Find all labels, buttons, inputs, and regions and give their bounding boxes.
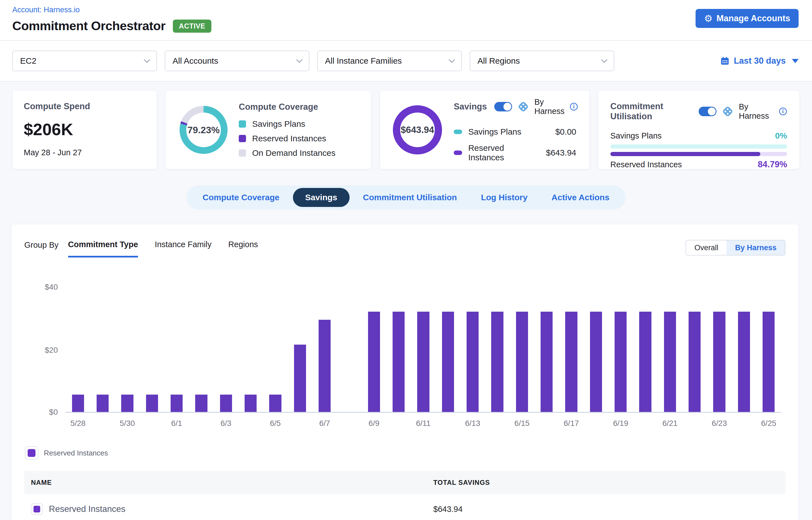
bar-5/29[interactable] <box>97 395 109 412</box>
date-range-picker[interactable]: Last 30 days <box>720 56 798 66</box>
account-breadcrumb[interactable]: Account: Harness.io <box>12 6 798 14</box>
bar-6/24[interactable] <box>738 312 750 412</box>
bar-6/14[interactable] <box>491 312 503 412</box>
savings-row-value: $0.00 <box>555 127 576 136</box>
harness-logo-icon <box>722 105 734 118</box>
x-tick: 6/13 <box>461 419 485 428</box>
bar-6/23[interactable] <box>713 312 725 412</box>
bar-6/9[interactable] <box>368 312 380 412</box>
bar-6/21[interactable] <box>664 312 676 412</box>
savings-table: NAME TOTAL SAVINGS Reserved Instances $6… <box>24 471 785 520</box>
status-badge: ACTIVE <box>173 20 212 33</box>
bar-6/10[interactable] <box>393 312 404 412</box>
chart-legend-label: Reserved Instances <box>44 449 108 458</box>
harness-logo-icon <box>517 101 529 113</box>
tab-active-actions[interactable]: Active Actions <box>541 188 620 207</box>
coverage-percent: 79.23% <box>187 125 219 135</box>
by-harness-toggle[interactable] <box>699 107 716 116</box>
bar-6/6[interactable] <box>294 345 306 412</box>
chevron-down-icon <box>449 57 455 63</box>
bar-6/18[interactable] <box>590 312 602 412</box>
bar-slot <box>214 287 238 412</box>
accounts-select[interactable]: All Accounts <box>165 51 309 71</box>
x-tick <box>485 419 509 428</box>
calendar-icon <box>720 56 730 66</box>
x-tick <box>386 419 411 428</box>
bar-5/28[interactable] <box>72 395 84 412</box>
bar-slot <box>164 287 189 412</box>
x-tick <box>732 419 756 428</box>
bar-slot <box>534 287 559 412</box>
group-by-commitment-type[interactable]: Commitment Type <box>68 240 138 258</box>
savings-plans-progress-bar <box>610 145 787 149</box>
bar-slot <box>756 287 781 412</box>
savings-card: $643.94 Savings By Harness <box>380 90 590 169</box>
bar-6/16[interactable] <box>541 312 553 412</box>
caret-down-icon <box>792 59 798 63</box>
x-tick: 6/9 <box>362 419 386 428</box>
bar-6/5[interactable] <box>269 395 281 412</box>
bar-5/31[interactable] <box>146 395 158 412</box>
x-tick: 6/15 <box>509 419 534 428</box>
manage-accounts-label: Manage Accounts <box>716 14 790 23</box>
bar-6/4[interactable] <box>244 395 257 412</box>
tab-commitment-utilisation[interactable]: Commitment Utilisation <box>352 188 468 207</box>
tab-savings[interactable]: Savings <box>293 188 349 207</box>
bar-6/11[interactable] <box>417 312 429 412</box>
x-tick <box>189 419 214 428</box>
instance-families-select[interactable]: All Instance Families <box>317 51 462 71</box>
x-tick: 6/25 <box>756 419 781 428</box>
by-harness-toggle[interactable] <box>494 102 512 111</box>
bar-5/30[interactable] <box>121 395 133 412</box>
compute-coverage-donut: 79.23% <box>180 106 228 154</box>
group-by-regions[interactable]: Regions <box>228 240 258 258</box>
bar-6/12[interactable] <box>442 312 454 412</box>
chart-legend[interactable]: Reserved Instances <box>25 446 786 460</box>
group-by-instance-family[interactable]: Instance Family <box>155 240 211 258</box>
info-icon[interactable] <box>570 103 578 111</box>
bar-6/3[interactable] <box>220 395 232 412</box>
service-select[interactable]: EC2 <box>12 51 157 71</box>
view-by-harness[interactable]: By Harness <box>727 240 785 255</box>
legend-label: On Demand Instances <box>252 148 336 158</box>
bar-6/2[interactable] <box>195 395 207 412</box>
util-reserved-instances-percent: 84.79% <box>758 159 787 170</box>
bar-6/1[interactable] <box>171 395 183 412</box>
reserved-instances-legend-chip <box>25 446 38 460</box>
bar-slot <box>559 287 583 412</box>
bar-6/20[interactable] <box>639 312 651 412</box>
savings-row-label: Savings Plans <box>468 127 549 136</box>
bar-6/17[interactable] <box>565 312 577 412</box>
tab-log-history[interactable]: Log History <box>470 188 538 207</box>
bar-6/13[interactable] <box>467 312 479 412</box>
bar-6/7[interactable] <box>319 320 331 412</box>
commitment-utilisation-title: Commitment Utilisation <box>610 101 691 122</box>
bar-slot <box>362 287 386 412</box>
row-total-savings: $643.94 <box>434 505 779 514</box>
view-overall[interactable]: Overall <box>686 240 727 255</box>
tab-compute-coverage[interactable]: Compute Coverage <box>192 188 290 207</box>
regions-select[interactable]: All Regions <box>470 51 614 71</box>
bar-6/22[interactable] <box>688 312 701 412</box>
compute-spend-title: Compute Spend <box>24 101 146 111</box>
x-tick: 6/1 <box>164 419 189 428</box>
x-tick <box>337 419 362 428</box>
instance-families-select-value: All Instance Families <box>325 56 402 66</box>
bar-slot <box>312 287 337 412</box>
bar-6/25[interactable] <box>763 312 775 412</box>
table-row[interactable]: Reserved Instances $643.94 <box>24 494 785 520</box>
overall-byharness-toggle: Overall By Harness <box>685 240 785 256</box>
service-select-value: EC2 <box>20 56 36 66</box>
bar-6/15[interactable] <box>516 312 528 412</box>
reserved-instances-swatch <box>239 135 246 142</box>
chevron-down-icon <box>144 57 150 63</box>
bar-slot <box>658 287 682 412</box>
bar-6/19[interactable] <box>614 312 627 412</box>
summary-cards-row: Compute Spend $206K May 28 - Jun 27 79.2… <box>12 90 800 169</box>
info-icon[interactable] <box>779 107 787 115</box>
column-name: NAME <box>31 479 434 487</box>
manage-accounts-button[interactable]: ⚙ Manage Accounts <box>696 9 798 28</box>
group-by-label: Group By <box>24 240 59 250</box>
x-tick: 6/5 <box>263 419 288 428</box>
legend-label: Reserved Instances <box>252 134 326 143</box>
